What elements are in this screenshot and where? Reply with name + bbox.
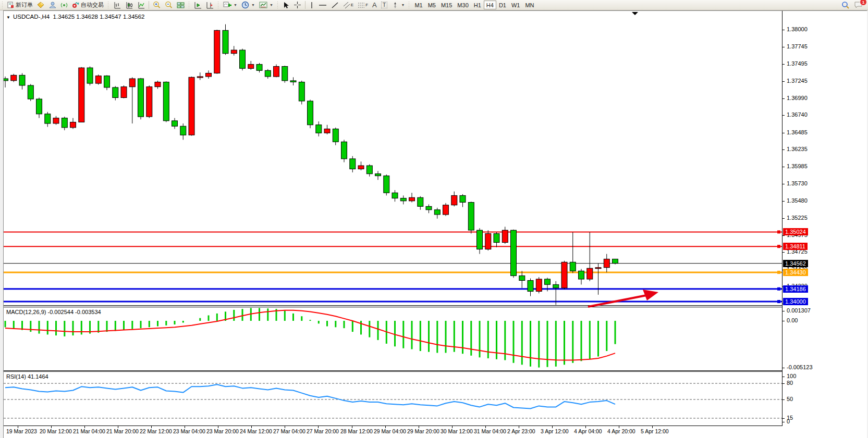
- new-chart-button[interactable]: ▼: [221, 1, 239, 9]
- price-tick-label: 1.36485: [787, 129, 808, 135]
- auto-trading-button[interactable]: 自动交易: [70, 1, 106, 9]
- price-tick-label: 1.36990: [787, 95, 808, 101]
- signals-button[interactable]: [58, 1, 70, 9]
- timeframe-button-H4[interactable]: H4: [484, 1, 496, 9]
- symbol-dropdown-icon[interactable]: ▼: [6, 15, 10, 20]
- price-axis[interactable]: 1.380001.377451.374951.372451.369901.367…: [782, 11, 865, 426]
- new-order-icon: [7, 2, 14, 8]
- date-label: 27 Mar 20:00: [307, 428, 339, 434]
- ohlc-values: 1.34625 1.34628 1.34547 1.34562: [53, 14, 145, 20]
- axis-tick: [783, 368, 785, 368]
- timeframe-button-W1[interactable]: W1: [509, 1, 523, 9]
- chart-shift-marker: [632, 12, 638, 15]
- macd-axis-label: -0.005123: [787, 364, 813, 370]
- timeframe-button-H1[interactable]: H1: [471, 1, 484, 9]
- line-chart-icon: [137, 2, 145, 9]
- cursor-button[interactable]: [280, 1, 291, 9]
- bid-price-label: 1.34562: [783, 260, 808, 267]
- tile-windows-button[interactable]: [175, 1, 187, 9]
- period-button[interactable]: ▼: [239, 1, 257, 9]
- new-chart-icon: [223, 1, 231, 9]
- axis-tick: [783, 149, 785, 150]
- zoom-out-button[interactable]: [163, 1, 175, 9]
- fibonacci-icon: [358, 2, 365, 9]
- axis-tick: [783, 377, 785, 377]
- template-button[interactable]: ▼: [257, 1, 275, 9]
- date-label: 22 Mar 12:00: [140, 428, 172, 434]
- channel-icon: [343, 2, 350, 9]
- dropdown-arrow-icon: ▼: [234, 3, 237, 7]
- clock-icon: [241, 1, 249, 9]
- timeframe-button-M5[interactable]: M5: [425, 1, 438, 9]
- text-label-tool-button[interactable]: T: [379, 1, 390, 9]
- axis-tick: [783, 321, 785, 321]
- dropdown-arrow-icon: ▼: [251, 3, 255, 7]
- line-chart-button[interactable]: [135, 1, 147, 9]
- price-tick-label: 1.35225: [787, 215, 808, 221]
- vertical-line-tool-button[interactable]: [307, 1, 316, 9]
- channel-tool-button[interactable]: E: [341, 1, 356, 9]
- rsi-pane[interactable]: [4, 371, 782, 426]
- toolbar-right-group: 1: [839, 0, 865, 10]
- axis-tick: [783, 184, 785, 184]
- axis-tick: [783, 81, 785, 82]
- time-axis[interactable]: 19 Mar 202320 Mar 12:0021 Mar 04:0021 Ma…: [4, 426, 782, 436]
- price-tick-label: 1.35985: [787, 163, 808, 169]
- macd-pane[interactable]: [4, 307, 782, 371]
- date-label: 4 Apr 04:00: [574, 428, 602, 434]
- market-button[interactable]: [35, 1, 47, 9]
- notifications-button[interactable]: 1: [852, 0, 865, 10]
- timeframe-button-M15[interactable]: M15: [438, 1, 455, 9]
- axis-tick: [783, 252, 785, 253]
- axis-tick: [783, 98, 785, 99]
- trendline-tool-button[interactable]: [329, 1, 341, 9]
- timeframe-group: M1M5M15M30H1H4D1W1MN: [412, 1, 536, 9]
- chart-shift-button[interactable]: [204, 1, 216, 9]
- price-chart-pane[interactable]: [4, 11, 782, 306]
- date-label: 24 Mar 12:00: [240, 428, 272, 434]
- fibonacci-label: F: [365, 3, 368, 7]
- date-label: 23 Mar 20:00: [206, 428, 239, 434]
- profile-button[interactable]: [47, 1, 58, 9]
- timeframe-button-D1[interactable]: D1: [496, 1, 509, 9]
- channel-label: E: [351, 3, 353, 7]
- date-label: 19 Mar 2023: [6, 428, 37, 434]
- chart-title: ▼USDCAD-,H4 1.34625 1.34628 1.34547 1.34…: [6, 14, 144, 20]
- search-button[interactable]: [839, 1, 852, 9]
- date-label: 5 Apr 12:00: [641, 428, 669, 434]
- candlestick-chart-button[interactable]: [123, 1, 135, 9]
- zoom-in-icon: [153, 1, 161, 9]
- date-label: 30 Mar 12:00: [441, 428, 473, 434]
- auto-scroll-button[interactable]: [192, 1, 204, 9]
- date-label: 27 Mar 04:00: [273, 428, 305, 434]
- auto-trading-label: 自动交易: [81, 1, 104, 9]
- date-label: 2 Apr 23:00: [507, 428, 535, 434]
- shapes-tool-button[interactable]: ▼: [389, 1, 407, 9]
- horizontal-line-icon: [319, 2, 327, 9]
- auto-trading-icon: [72, 2, 79, 8]
- crosshair-button[interactable]: [291, 1, 303, 9]
- timeframe-button-M30[interactable]: M30: [455, 1, 471, 9]
- rsi-indicator-label: RSI(14) 41.1464: [6, 373, 48, 380]
- price-tick-label: 1.35480: [787, 197, 808, 204]
- text-tool-button[interactable]: A: [370, 1, 379, 9]
- crosshair-icon: [294, 1, 301, 9]
- timeframe-button-MN[interactable]: MN: [522, 1, 536, 9]
- fibonacci-tool-button[interactable]: F: [356, 1, 370, 9]
- axis-tick: [783, 218, 785, 219]
- template-icon: [259, 2, 267, 9]
- zoom-in-button[interactable]: [151, 1, 163, 9]
- price-tick-label: 1.35730: [787, 180, 808, 186]
- price-line-label: 1.35024: [783, 228, 808, 235]
- timeframe-button-M1[interactable]: M1: [412, 1, 425, 9]
- rsi-axis-label: 50: [787, 396, 793, 402]
- bar-chart-button[interactable]: [111, 1, 123, 9]
- axis-tick: [783, 418, 785, 419]
- date-label: 28 Mar 12:00: [340, 428, 373, 434]
- bar-chart-icon: [113, 2, 121, 9]
- horizontal-line-tool-button[interactable]: [316, 1, 329, 9]
- date-label: 20 Mar 12:00: [40, 428, 72, 434]
- axis-tick: [783, 30, 785, 30]
- new-order-button[interactable]: 新订单: [5, 1, 35, 9]
- date-label: 21 Mar 04:00: [73, 428, 105, 434]
